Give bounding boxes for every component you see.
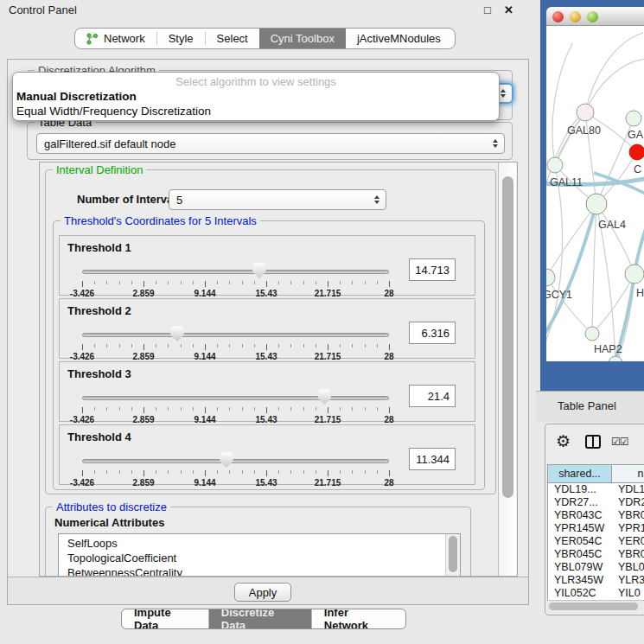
slider-track[interactable] xyxy=(82,270,389,274)
network-edge[interactable] xyxy=(555,112,585,165)
attributes-list-scrollbar[interactable] xyxy=(445,534,460,577)
table-row[interactable]: YIL052CYIL0 xyxy=(548,587,644,600)
network-edge[interactable] xyxy=(555,112,585,165)
slider-tick xyxy=(352,470,353,474)
table-horizontal-scrollbar[interactable] xyxy=(547,600,643,610)
tab-impute-data[interactable]: Impute Data xyxy=(122,609,209,628)
table-cell: YBR043C xyxy=(548,509,612,522)
threshold-slider[interactable]: -3.4262.8599.14415.4321.71528 xyxy=(82,265,389,295)
slider-thumb[interactable] xyxy=(220,452,233,468)
tab-jactivemnodules[interactable]: jActiveMNodules xyxy=(346,29,452,48)
table-row[interactable]: YDL19...YDL1 xyxy=(548,483,644,496)
network-node-gcy1[interactable] xyxy=(546,269,555,286)
zoom-window-button[interactable] xyxy=(587,11,598,22)
table-row[interactable]: YER054CYER0 xyxy=(548,535,644,548)
slider-thumb[interactable] xyxy=(317,389,331,405)
threshold-value-field[interactable]: 21.4 xyxy=(409,385,456,407)
close-panel-icon[interactable]: ✕ xyxy=(504,3,513,16)
network-node-h[interactable] xyxy=(625,265,644,284)
slider-track[interactable] xyxy=(82,333,389,337)
slider-tick xyxy=(389,407,390,413)
network-node-gal80[interactable] xyxy=(577,104,594,121)
numerical-attributes-list[interactable]: SelfLoopsTopologicalCoefficientBetweenne… xyxy=(58,533,461,577)
network-node-gal11[interactable] xyxy=(547,157,563,173)
threshold-value-field[interactable]: 11.344 xyxy=(409,448,456,470)
network-node-label: H xyxy=(636,287,644,299)
apply-button[interactable]: Apply xyxy=(234,583,291,602)
threshold-slider[interactable]: -3.4262.8599.14415.4321.71528 xyxy=(82,328,389,358)
attribute-list-item[interactable]: TopologicalCoefficient xyxy=(59,551,460,565)
network-node-ga[interactable] xyxy=(626,111,641,126)
slider-tick xyxy=(365,344,366,348)
table-row[interactable]: YBL079WYBL0 xyxy=(548,561,644,574)
slider-tick xyxy=(377,281,378,284)
threshold-slider[interactable]: -3.4262.8599.14415.4321.71528 xyxy=(82,392,389,421)
popup-placeholder-item[interactable]: Select algorithm to view settings xyxy=(13,75,499,88)
slider-tick-label: 21.715 xyxy=(315,415,341,424)
slider-tick xyxy=(181,470,182,474)
slider-tick xyxy=(106,470,107,474)
tab-cyni-toolbox[interactable]: Cyni Toolbox xyxy=(259,29,346,48)
node-attribute-table[interactable]: shared...na YDL19...YDL1YDR27...YDR2YBR0… xyxy=(547,464,644,601)
table-row[interactable]: YLR345WYLR3 xyxy=(548,574,644,587)
network-edge[interactable] xyxy=(592,204,596,334)
tab-style[interactable]: Style xyxy=(157,29,205,48)
network-view-canvas[interactable]: GAL80GACGAL11GAL4GCY1HHAP2 xyxy=(546,26,644,361)
settings-scrollbar-thumb[interactable] xyxy=(502,176,513,498)
minimize-window-button[interactable] xyxy=(570,11,581,22)
table-row[interactable]: YBR045CYBR0 xyxy=(548,548,644,561)
table-data-combobox[interactable]: galFiltered.sif default node xyxy=(36,133,505,154)
tab-infer-network[interactable]: Infer Network xyxy=(312,609,405,628)
slider-tick xyxy=(303,344,304,348)
network-edge[interactable] xyxy=(596,204,634,274)
network-node-c[interactable] xyxy=(629,144,644,160)
threshold-value-field[interactable]: 6.316 xyxy=(409,322,456,344)
table-row[interactable]: YPR145WYPR1 xyxy=(548,522,644,535)
slider-tick xyxy=(82,344,83,350)
slider-tick xyxy=(205,407,206,413)
settings-vertical-scrollbar[interactable] xyxy=(498,163,516,576)
tab-discretize-data[interactable]: Discretize Data xyxy=(209,609,312,628)
table-column-header[interactable]: na xyxy=(612,465,644,482)
attributes-list-scrollbar-thumb[interactable] xyxy=(449,536,457,572)
attribute-list-item[interactable]: SelfLoops xyxy=(59,536,460,551)
tab-network[interactable]: Network xyxy=(75,29,156,48)
network-edge[interactable] xyxy=(546,204,596,277)
table-column-header[interactable]: shared... xyxy=(548,465,612,482)
slider-tick xyxy=(377,344,378,348)
tab-select[interactable]: Select xyxy=(206,29,259,48)
network-node-gal4[interactable] xyxy=(586,194,607,214)
table-row[interactable]: YBR043CYBR0 xyxy=(548,509,644,522)
slider-tick xyxy=(106,344,107,348)
slider-tick xyxy=(205,470,206,476)
table-select-columns-icon[interactable]: ☑☑ xyxy=(611,436,628,448)
slider-track[interactable] xyxy=(82,459,389,463)
table-settings-gear-icon[interactable]: ⚙ xyxy=(556,431,571,451)
network-window-titlebar[interactable] xyxy=(546,7,644,26)
number-of-intervals-combobox[interactable]: 5 xyxy=(169,189,386,210)
slider-tick xyxy=(328,470,328,476)
slider-track[interactable] xyxy=(82,396,389,400)
float-window-icon[interactable]: □ xyxy=(484,3,491,16)
table-row[interactable]: YDR27...YDR2 xyxy=(548,496,644,509)
network-node-hap2[interactable] xyxy=(585,327,599,341)
network-edge-highlighted[interactable] xyxy=(546,204,596,339)
slider-tick xyxy=(377,470,378,474)
attributes-group-title: Attributes to discretize xyxy=(53,501,170,513)
slider-thumb[interactable] xyxy=(252,263,266,278)
threshold-value-field[interactable]: 14.713 xyxy=(409,258,456,281)
slider-tick xyxy=(229,281,230,284)
threshold-slider[interactable]: -3.4262.8599.14415.4321.71528 xyxy=(82,455,389,484)
slider-tick xyxy=(266,344,267,350)
slider-tick xyxy=(242,344,243,348)
close-window-button[interactable] xyxy=(552,11,564,22)
slider-thumb[interactable] xyxy=(170,326,184,341)
attribute-list-item[interactable]: BetweennessCentrality xyxy=(59,565,460,577)
table-columns-icon[interactable] xyxy=(585,435,601,449)
network-node-label: GA xyxy=(628,129,644,141)
table-hscrollbar-thumb[interactable] xyxy=(549,603,638,610)
network-graph: GAL80GACGAL11GAL4GCY1HHAP2 xyxy=(546,26,644,361)
network-node[interactable] xyxy=(609,356,622,361)
popup-option-equal-width-frequency[interactable]: Equal Width/Frequency Discretization xyxy=(16,105,211,118)
popup-option-manual-discretization[interactable]: Manual Discretization xyxy=(16,90,137,103)
